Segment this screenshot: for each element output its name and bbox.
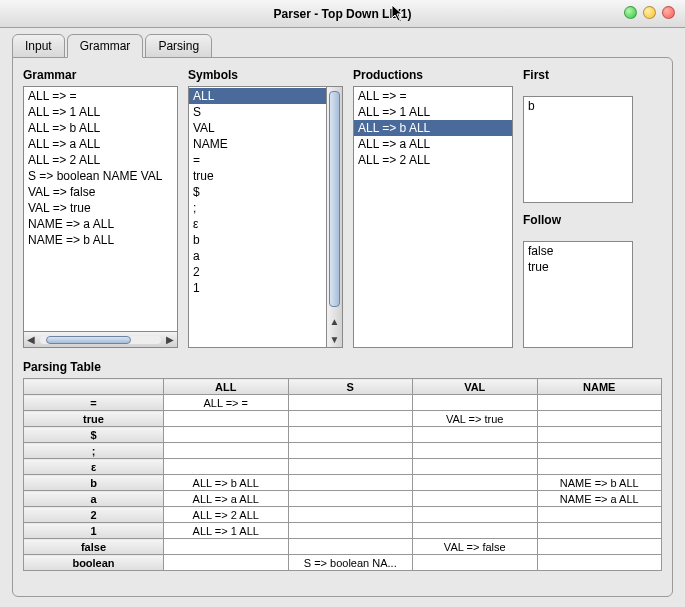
list-item[interactable]: ALL => a ALL: [354, 136, 512, 152]
list-item[interactable]: ε: [189, 216, 326, 232]
minimize-button[interactable]: [624, 6, 637, 19]
symbols-vscroll[interactable]: ▲ ▼: [327, 86, 343, 348]
table-cell[interactable]: [413, 523, 538, 539]
list-item[interactable]: ALL => 2 ALL: [354, 152, 512, 168]
table-cell[interactable]: [413, 475, 538, 491]
table-cell[interactable]: [288, 507, 413, 523]
list-item[interactable]: ALL => =: [354, 88, 512, 104]
scroll-right-icon[interactable]: ▶: [163, 334, 177, 345]
table-row-header[interactable]: $: [24, 427, 164, 443]
follow-list[interactable]: falsetrue: [523, 241, 633, 348]
list-item[interactable]: NAME => b ALL: [24, 232, 177, 248]
productions-list[interactable]: ALL => =ALL => 1 ALLALL => b ALLALL => a…: [353, 86, 513, 348]
list-item[interactable]: true: [189, 168, 326, 184]
list-item[interactable]: false: [524, 243, 632, 259]
list-item[interactable]: NAME => a ALL: [24, 216, 177, 232]
table-cell[interactable]: NAME => a ALL: [537, 491, 662, 507]
table-cell[interactable]: [288, 411, 413, 427]
table-cell[interactable]: [288, 523, 413, 539]
table-row-header[interactable]: ;: [24, 443, 164, 459]
table-cell[interactable]: [413, 491, 538, 507]
list-item[interactable]: VAL: [189, 120, 326, 136]
table-cell[interactable]: [288, 443, 413, 459]
grammar-list[interactable]: ALL => =ALL => 1 ALLALL => b ALLALL => a…: [23, 86, 178, 332]
scroll-thumb[interactable]: [46, 336, 131, 344]
table-cell[interactable]: [164, 411, 289, 427]
list-item[interactable]: ALL => a ALL: [24, 136, 177, 152]
table-cell[interactable]: ALL => a ALL: [164, 491, 289, 507]
list-item[interactable]: 1: [189, 280, 326, 296]
list-item[interactable]: ALL => b ALL: [354, 120, 512, 136]
table-cell[interactable]: [288, 427, 413, 443]
table-row-header[interactable]: false: [24, 539, 164, 555]
tab-parsing[interactable]: Parsing: [145, 34, 212, 58]
scroll-thumb[interactable]: [329, 91, 340, 307]
list-item[interactable]: $: [189, 184, 326, 200]
table-cell[interactable]: [413, 555, 538, 571]
table-cell[interactable]: ALL => =: [164, 395, 289, 411]
table-col-header[interactable]: NAME: [537, 379, 662, 395]
table-cell[interactable]: [288, 475, 413, 491]
table-col-header[interactable]: ALL: [164, 379, 289, 395]
table-cell[interactable]: ALL => 2 ALL: [164, 507, 289, 523]
list-item[interactable]: 2: [189, 264, 326, 280]
tab-input[interactable]: Input: [12, 34, 65, 58]
list-item[interactable]: ALL => 1 ALL: [354, 104, 512, 120]
list-item[interactable]: =: [189, 152, 326, 168]
list-item[interactable]: S => boolean NAME VAL: [24, 168, 177, 184]
table-row-header[interactable]: b: [24, 475, 164, 491]
list-item[interactable]: ALL => 1 ALL: [24, 104, 177, 120]
table-row-header[interactable]: true: [24, 411, 164, 427]
grammar-hscroll[interactable]: ◀ ▶: [23, 332, 178, 348]
table-cell[interactable]: [164, 443, 289, 459]
list-item[interactable]: true: [524, 259, 632, 275]
table-cell[interactable]: [164, 539, 289, 555]
table-cell[interactable]: S => boolean NA...: [288, 555, 413, 571]
table-cell[interactable]: [537, 523, 662, 539]
table-cell[interactable]: [413, 507, 538, 523]
table-cell[interactable]: [164, 555, 289, 571]
scroll-down-icon[interactable]: ▼: [327, 334, 342, 345]
table-cell[interactable]: [537, 539, 662, 555]
scroll-up-icon[interactable]: ▲: [327, 316, 342, 327]
list-item[interactable]: b: [189, 232, 326, 248]
table-cell[interactable]: VAL => false: [413, 539, 538, 555]
tab-grammar[interactable]: Grammar: [67, 34, 144, 58]
table-cell[interactable]: [413, 427, 538, 443]
table-cell[interactable]: NAME => b ALL: [537, 475, 662, 491]
table-row-header[interactable]: boolean: [24, 555, 164, 571]
table-cell[interactable]: [537, 459, 662, 475]
table-cell[interactable]: ALL => b ALL: [164, 475, 289, 491]
table-cell[interactable]: [164, 459, 289, 475]
table-cell[interactable]: [413, 395, 538, 411]
table-cell[interactable]: [537, 395, 662, 411]
table-row-header[interactable]: 2: [24, 507, 164, 523]
parsing-table[interactable]: ALLSVALNAME=ALL => =trueVAL => true$;εbA…: [23, 378, 662, 571]
list-item[interactable]: ALL => 2 ALL: [24, 152, 177, 168]
table-cell[interactable]: [537, 411, 662, 427]
table-row-header[interactable]: 1: [24, 523, 164, 539]
table-cell[interactable]: [537, 427, 662, 443]
list-item[interactable]: ALL: [189, 88, 326, 104]
list-item[interactable]: VAL => false: [24, 184, 177, 200]
list-item[interactable]: a: [189, 248, 326, 264]
table-cell[interactable]: [288, 539, 413, 555]
table-col-header[interactable]: S: [288, 379, 413, 395]
table-cell[interactable]: [537, 555, 662, 571]
table-cell[interactable]: [288, 395, 413, 411]
table-cell[interactable]: [413, 443, 538, 459]
symbols-list[interactable]: ALLSVALNAME=true$;εba21: [188, 86, 327, 348]
table-cell[interactable]: [164, 427, 289, 443]
list-item[interactable]: NAME: [189, 136, 326, 152]
table-cell[interactable]: [537, 507, 662, 523]
table-cell[interactable]: [288, 459, 413, 475]
table-cell[interactable]: [537, 443, 662, 459]
table-row-header[interactable]: =: [24, 395, 164, 411]
first-list[interactable]: b: [523, 96, 633, 203]
list-item[interactable]: ALL => b ALL: [24, 120, 177, 136]
close-button[interactable]: [662, 6, 675, 19]
list-item[interactable]: VAL => true: [24, 200, 177, 216]
table-cell[interactable]: ALL => 1 ALL: [164, 523, 289, 539]
zoom-button[interactable]: [643, 6, 656, 19]
table-row-header[interactable]: ε: [24, 459, 164, 475]
